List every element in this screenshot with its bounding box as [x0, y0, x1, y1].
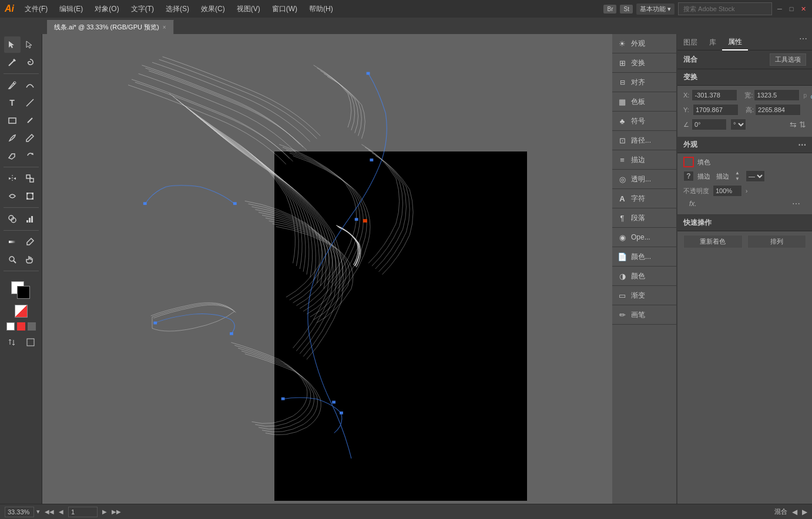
pencil-tool[interactable] — [22, 130, 38, 146]
stroke-color-swatch[interactable] — [17, 286, 30, 299]
character-panel-item[interactable]: A 字符 — [612, 189, 676, 208]
canvas-area[interactable] — [42, 34, 612, 504]
tab-properties[interactable]: 属性 — [722, 34, 748, 50]
menu-effect[interactable]: 效果(C) — [197, 4, 229, 14]
appearance-panel-item[interactable]: ☀ 外观 — [612, 34, 676, 53]
close-button[interactable]: ✕ — [799, 5, 807, 13]
zoom-input[interactable] — [5, 507, 34, 517]
zoom-dropdown-icon[interactable]: ▾ — [36, 508, 40, 515]
paintbrush-tool[interactable] — [4, 130, 21, 146]
change-screen-mode[interactable] — [22, 334, 39, 351]
menu-text[interactable]: 文字(T) — [127, 4, 157, 14]
reset-colors-icon[interactable] — [15, 305, 28, 318]
zoom-tool[interactable] — [4, 251, 21, 268]
menu-window[interactable]: 窗口(W) — [269, 4, 301, 14]
slash-tool[interactable] — [22, 112, 38, 129]
prev-page-button[interactable]: ◀◀ — [45, 508, 54, 515]
mirror-tool[interactable] — [4, 170, 21, 187]
bridge-button[interactable]: Br — [603, 5, 616, 14]
opentype-panel-item[interactable]: ◉ Ope... — [612, 228, 676, 247]
menu-object[interactable]: 对象(O) — [91, 4, 122, 14]
document-tab[interactable]: 线条.ai* @ 33.33% (RGB/GPU 预览) × — [47, 20, 174, 34]
graph-tool[interactable] — [22, 211, 38, 227]
tab-libraries[interactable]: 库 — [703, 34, 722, 50]
recolor-button[interactable]: 重新着色 — [683, 235, 743, 248]
rotate-tool[interactable] — [22, 147, 38, 164]
stroke-panel-item[interactable]: ≡ 描边 — [612, 150, 676, 170]
line-tool[interactable] — [22, 95, 38, 111]
stroke-spinners[interactable]: ▲ ▼ — [735, 170, 740, 181]
pathfinder-panel-item[interactable]: ⊡ 路径... — [612, 131, 676, 150]
color-panel-item[interactable]: ◑ 颜色 — [612, 267, 676, 286]
x-label: X: — [683, 92, 689, 99]
swatches-panel-item[interactable]: ▦ 色板 — [612, 92, 676, 112]
menu-help[interactable]: 帮助(H) — [306, 4, 337, 14]
pen-tool[interactable] — [4, 77, 21, 93]
next-button[interactable]: ▶ — [102, 508, 107, 515]
stock-button[interactable]: St — [620, 5, 632, 14]
w-input[interactable] — [754, 89, 800, 101]
type-tool[interactable]: T — [4, 95, 21, 111]
minimize-button[interactable]: ─ — [776, 5, 784, 13]
tab-layers[interactable]: 图层 — [677, 34, 703, 50]
menu-file[interactable]: 文件(F) — [21, 4, 51, 14]
maximize-button[interactable]: □ — [787, 5, 796, 13]
symbols-panel-item[interactable]: ♣ 符号 — [612, 112, 676, 131]
tab-close-button[interactable]: × — [163, 24, 166, 31]
scale-tool[interactable] — [22, 170, 38, 187]
swap-colors-icon[interactable] — [4, 334, 20, 351]
curvature-tool[interactable] — [22, 77, 38, 93]
opacity-input[interactable] — [713, 185, 742, 197]
prev-button[interactable]: ◀ — [59, 508, 63, 515]
stroke-style-select[interactable]: — — [746, 170, 765, 182]
eyedropper-tool[interactable] — [22, 234, 38, 250]
flip-horizontal-icon[interactable]: ⇆ — [790, 120, 797, 129]
hand-tool[interactable] — [22, 251, 38, 268]
free-transform-tool[interactable] — [22, 188, 38, 204]
menu-select[interactable]: 选择(S) — [162, 4, 193, 14]
gray-swatch[interactable] — [28, 322, 36, 331]
color-icon: ◑ — [617, 271, 628, 281]
magic-wand-tool[interactable] — [4, 54, 21, 70]
shape-builder-tool[interactable] — [4, 211, 21, 227]
red-swatch[interactable] — [17, 322, 25, 331]
h-input[interactable] — [755, 104, 801, 116]
status-left-arrow[interactable]: ◀ — [792, 508, 797, 516]
gradient-panel-item[interactable]: ▭ 渐变 — [612, 286, 676, 305]
page-input[interactable] — [68, 507, 98, 517]
eraser-tool[interactable] — [4, 147, 21, 164]
transform-panel-item[interactable]: ⊞ 变换 — [612, 53, 676, 73]
warp-tool[interactable] — [4, 188, 21, 204]
stroke-indicator[interactable]: ? — [683, 171, 694, 181]
stock-search-input[interactable] — [678, 2, 772, 15]
menu-view[interactable]: 视图(V) — [233, 4, 264, 14]
panel-options-button[interactable]: ⋯ — [794, 34, 812, 50]
arrange-button[interactable]: 排列 — [747, 235, 807, 248]
flip-vertical-icon[interactable]: ⇅ — [799, 120, 806, 129]
transparency-panel-item[interactable]: ◎ 透明... — [612, 170, 676, 189]
opacity-chevron-icon[interactable]: › — [746, 188, 747, 194]
angle-unit-select[interactable]: ° — [730, 119, 746, 130]
lasso-tool[interactable] — [22, 54, 38, 70]
fill-color-indicator[interactable] — [683, 157, 694, 167]
align-panel-item[interactable]: ⊟ 对齐 — [612, 73, 676, 92]
rectangle-tool[interactable] — [4, 112, 21, 129]
status-right-arrow[interactable]: ▶ — [802, 508, 807, 516]
white-swatch[interactable] — [6, 322, 15, 331]
tool-options-button[interactable]: 工具选项 — [770, 53, 806, 66]
y-input[interactable] — [693, 104, 739, 116]
angle-input[interactable] — [692, 119, 727, 130]
menu-edit[interactable]: 编辑(E) — [56, 4, 86, 14]
selection-tool[interactable] — [4, 36, 21, 53]
gradient-tool[interactable] — [4, 234, 21, 250]
next-page-button[interactable]: ▶▶ — [112, 508, 121, 515]
paragraph-panel-item[interactable]: ¶ 段落 — [612, 208, 676, 228]
stroke-value-arrows[interactable]: 描边 — [716, 172, 729, 181]
brushes-panel-item[interactable]: ✏ 画笔 — [612, 305, 676, 325]
workspace-selector[interactable]: 基本功能 ▾ — [636, 4, 675, 15]
x-input[interactable] — [692, 89, 737, 101]
fx-options-button[interactable]: ⋯ — [792, 199, 800, 208]
direct-selection-tool[interactable] — [22, 36, 38, 53]
colortheme-panel-item[interactable]: 📄 颜色... — [612, 247, 676, 267]
appearance-options-button[interactable]: ⋯ — [798, 140, 806, 150]
